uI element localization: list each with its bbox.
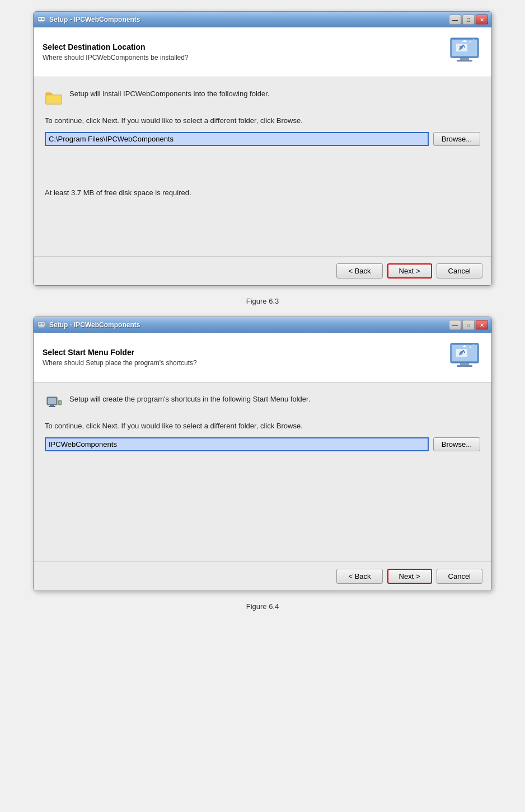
svg-rect-30 <box>50 405 54 406</box>
path-row-1: Browse... <box>45 132 480 146</box>
svg-point-17 <box>41 324 43 325</box>
minimize-button-2[interactable]: — <box>449 320 461 330</box>
dialog-body-1: Setup will install IPCWebComponents into… <box>34 77 491 256</box>
cancel-button-2[interactable]: Cancel <box>437 569 482 584</box>
svg-rect-29 <box>48 398 56 404</box>
continue-text-2: To continue, click Next. If you would li… <box>45 421 480 432</box>
header-title-2: Select Start Menu Folder <box>43 348 447 357</box>
back-button-2[interactable]: < Back <box>336 569 382 584</box>
minimize-button-1[interactable]: — <box>449 15 461 25</box>
titlebar-2: Setup - IPCWebComponents — □ ✕ <box>34 317 491 333</box>
figure2-window: Setup - IPCWebComponents — □ ✕ Select St… <box>33 317 492 591</box>
disk-space-text-2 <box>45 460 480 494</box>
header-subtitle-2: Where should Setup place the program's s… <box>43 359 447 367</box>
titlebar-title-1: Setup - IPCWebComponents <box>49 16 446 23</box>
setup-icon-1 <box>37 15 46 24</box>
titlebar-buttons-1: — □ ✕ <box>449 15 488 25</box>
path-row-2: Browse... <box>45 437 480 451</box>
dialog-footer-2: < Back Next > Cancel <box>34 561 491 591</box>
figure2-caption: Figure 6.4 <box>246 602 279 611</box>
body-info-text-2: Setup will create the program's shortcut… <box>69 394 310 405</box>
svg-rect-33 <box>59 402 61 404</box>
maximize-button-1[interactable]: □ <box>462 15 475 25</box>
header-text-1: Select Destination Location Where should… <box>43 43 447 62</box>
setup-icon-2 <box>37 320 46 329</box>
continue-text-1: To continue, click Next. If you would li… <box>45 115 480 126</box>
svg-rect-15 <box>39 327 44 328</box>
svg-rect-9 <box>457 60 472 62</box>
titlebar-buttons-2: — □ ✕ <box>449 320 488 330</box>
svg-text:✦: ✦ <box>469 40 472 44</box>
header-subtitle-1: Where should IPCWebComponents be install… <box>43 54 447 62</box>
back-button-1[interactable]: < Back <box>336 263 382 278</box>
folder-icon-1 <box>45 89 63 107</box>
svg-rect-22 <box>460 363 469 365</box>
titlebar-1: Setup - IPCWebComponents — □ ✕ <box>34 12 491 27</box>
close-button-2[interactable]: ✕ <box>476 320 488 330</box>
close-button-1[interactable]: ✕ <box>476 15 488 25</box>
svg-text:✦: ✦ <box>472 343 475 346</box>
dialog-body-2: Setup will create the program's shortcut… <box>34 383 491 561</box>
svg-rect-31 <box>49 406 55 407</box>
figure1-window: Setup - IPCWebComponents — □ ✕ Select De… <box>33 11 492 286</box>
svg-point-3 <box>41 18 43 20</box>
maximize-button-2[interactable]: □ <box>462 320 475 330</box>
path-input-1[interactable] <box>45 132 429 146</box>
header-computer-icon-1: ✦ ✦ <box>447 34 482 70</box>
next-button-1[interactable]: Next > <box>387 263 432 278</box>
next-button-2[interactable]: Next > <box>387 569 432 584</box>
dialog-footer-1: < Back Next > Cancel <box>34 256 491 285</box>
dialog-header-1: Select Destination Location Where should… <box>34 27 491 77</box>
startmenu-icon-2 <box>45 395 63 413</box>
svg-rect-8 <box>460 58 469 60</box>
info-row-1: Setup will install IPCWebComponents into… <box>45 88 480 107</box>
figure1-caption: Figure 6.3 <box>246 297 279 305</box>
info-row-2: Setup will create the program's shortcut… <box>45 394 480 413</box>
svg-rect-1 <box>39 21 44 22</box>
svg-text:✦: ✦ <box>469 346 472 349</box>
cancel-button-1[interactable]: Cancel <box>437 263 482 278</box>
header-title-1: Select Destination Location <box>43 43 447 51</box>
browse-button-2[interactable]: Browse... <box>433 437 480 451</box>
dialog-header-2: Select Start Menu Folder Where should Se… <box>34 333 491 383</box>
svg-text:✦: ✦ <box>472 37 475 41</box>
disk-space-text-1: At least 3.7 MB of free disk space is re… <box>45 155 480 197</box>
svg-rect-23 <box>457 365 472 367</box>
body-info-text-1: Setup will install IPCWebComponents into… <box>69 88 269 100</box>
browse-button-1[interactable]: Browse... <box>433 132 480 146</box>
header-text-2: Select Start Menu Folder Where should Se… <box>43 348 447 367</box>
path-input-2[interactable] <box>45 437 429 451</box>
titlebar-title-2: Setup - IPCWebComponents <box>49 321 446 329</box>
header-computer-icon-2: ✦ ✦ <box>447 339 482 375</box>
